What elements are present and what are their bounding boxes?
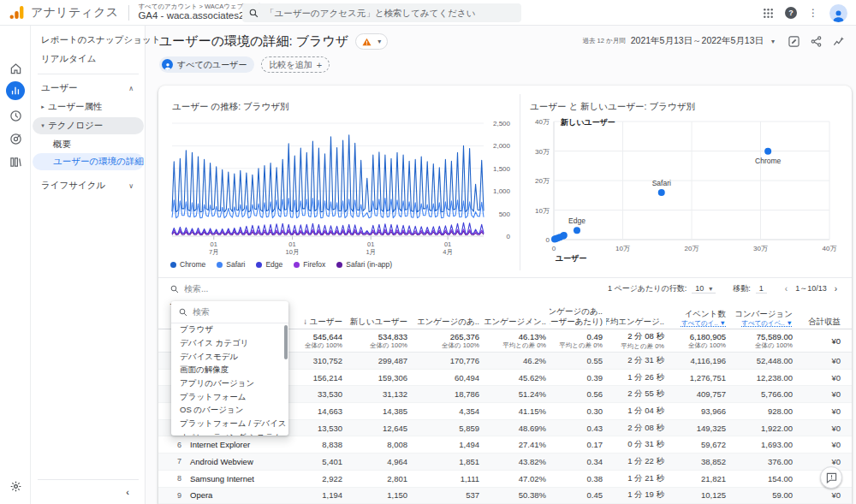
explore-icon[interactable] [7, 107, 24, 124]
share-icon[interactable] [811, 36, 822, 47]
search-icon [170, 285, 179, 294]
svg-text:Edge: Edge [568, 216, 586, 225]
nav-technology[interactable]: ▾ テクノロジー [33, 117, 144, 134]
nav-realtime[interactable]: リアルタイム [31, 51, 146, 67]
chevron-up-icon: ∧ [128, 85, 134, 92]
cell-avg: 1 分 26 秒 [606, 370, 668, 386]
nav-label: ユーザーの環境の詳細 [53, 156, 144, 168]
column-header-engaged[interactable]: エンゲージのあ.. [411, 299, 483, 329]
chevron-down-icon: ▾ [377, 38, 381, 45]
dropdown-item[interactable]: アプリのバージョン [171, 377, 288, 391]
cell-events: 409,757 [668, 386, 729, 402]
svg-text:01: 01 [444, 240, 451, 248]
data-quality-badge[interactable]: ▾ [355, 33, 388, 50]
svg-text:30万: 30万 [535, 148, 550, 156]
customize-report-icon[interactable] [788, 36, 800, 47]
dropdown-item[interactable]: プラットフォーム / デバイス カテゴリ [171, 418, 288, 431]
cell-users: 8,838 [293, 436, 346, 453]
audience-chip-label: すべてのユーザー [177, 59, 247, 71]
global-search[interactable] [242, 3, 521, 22]
rows-per-page-select[interactable]: 10 ▾ [692, 284, 716, 294]
cell-rate: 27.41% [483, 436, 550, 453]
dropdown-scrollbar[interactable] [284, 325, 288, 359]
cell-per_user: 0.56 [550, 386, 606, 402]
dropdown-item[interactable]: プラットフォーム [171, 390, 288, 404]
collapse-nav-icon[interactable]: ‹ [126, 487, 129, 497]
nav-label: ライフサイクル [41, 180, 105, 192]
cell-engaged: 4,354 [411, 403, 483, 419]
global-search-input[interactable] [265, 8, 514, 18]
dropdown-search[interactable] [171, 301, 288, 323]
cell-conv: 376.00 [729, 454, 796, 470]
trend-chart-title: ユーザー の推移: ブラウザ別 [172, 101, 288, 113]
totals-engaged: 265,376全体の 100% [411, 329, 483, 352]
table-controls: 1 ページあたりの行数: 10 ▾ 移動: 1 ‹ 1～10/13 › [158, 277, 852, 299]
nav-section-user[interactable]: ユーザー ∧ [31, 80, 146, 96]
dropdown-item[interactable]: オペレーティング システム [171, 431, 288, 436]
nav-report-snapshot[interactable]: レポートのスナップショット [31, 33, 146, 48]
reports-icon[interactable] [6, 81, 25, 100]
dropdown-search-input[interactable] [193, 307, 265, 317]
analytics-logo-icon [9, 4, 25, 21]
column-header-per_user[interactable]: エンゲージのあ..ユーザーあたり) [550, 299, 606, 329]
legend-item: Safari (in-app) [336, 260, 392, 269]
insights-icon[interactable] [833, 36, 844, 47]
cell-users: 1,194 [293, 488, 346, 504]
event-filter-link[interactable]: すべてのイベ.. ▼ [741, 319, 793, 327]
svg-text:01: 01 [288, 240, 295, 248]
add-comparison-chip[interactable]: 比較を追加 + [261, 56, 330, 73]
cell-new_users: 12,645 [346, 420, 411, 436]
cell-conv: 1,922.00 [729, 420, 796, 436]
table-search[interactable] [170, 284, 261, 294]
next-page-icon[interactable]: › [832, 284, 840, 294]
cell-events: 10,125 [668, 488, 729, 504]
app-rail [0, 26, 31, 504]
nav-section-lifecycle[interactable]: ライフサイクル ∨ [31, 178, 146, 193]
svg-text:40万: 40万 [535, 118, 550, 126]
cell-users: 5,401 [293, 454, 346, 470]
dropdown-item[interactable]: 画面の解像度 [171, 364, 288, 377]
cell-new_users: 8,008 [346, 436, 411, 453]
help-icon[interactable]: ? [785, 7, 797, 19]
table-row[interactable]: 8Samsung Internet2,9222,8011,11147.02%0.… [158, 471, 852, 488]
cell-avg: 0 分 31 秒 [606, 436, 668, 453]
legend-item: Edge [256, 260, 282, 269]
event-filter-link[interactable]: すべてのイ.. ▼ [681, 319, 726, 327]
goto-page-input[interactable]: 1 [756, 284, 767, 294]
column-header-new_users[interactable]: 新しいユーザー [346, 299, 411, 329]
admin-gear-icon[interactable] [7, 477, 24, 495]
prev-page-icon[interactable]: ‹ [782, 284, 790, 294]
cell-new_users: 31,132 [346, 386, 411, 402]
column-header-avg[interactable]: 平均エンゲージ.. [606, 299, 668, 329]
nav-user-attributes[interactable]: ▸ ユーザー属性 [31, 99, 146, 115]
more-options-icon[interactable]: ⋮ [808, 7, 818, 19]
nav-tech-details-selected[interactable]: ユーザーの環境の詳細 [33, 153, 144, 170]
library-icon[interactable] [7, 153, 24, 170]
table-search-input[interactable] [184, 284, 261, 294]
table-row[interactable]: 7Android Webview5,4014,9641,85143.82%0.3… [158, 454, 852, 471]
advertising-icon[interactable] [7, 130, 24, 147]
table-row[interactable]: 6Internet Explorer8,8388,0081,49427.41%0… [158, 436, 852, 454]
browser-name-cell: 6Internet Explorer [166, 436, 293, 453]
nav-tech-overview[interactable]: 概要 [31, 137, 146, 152]
dropdown-item[interactable]: OS のバージョン [171, 404, 288, 418]
dropdown-item[interactable]: デバイスモデル [171, 350, 288, 364]
column-header-events[interactable]: イベント数すべてのイ.. ▼ [668, 299, 729, 329]
header-divider [128, 5, 129, 21]
user-avatar[interactable] [829, 4, 847, 22]
audience-chip[interactable]: すべてのユーザー [159, 56, 254, 73]
cell-new_users: 14,385 [346, 403, 411, 419]
column-header-users[interactable]: ↓ ユーザー [293, 299, 346, 329]
date-range-selector[interactable]: 2021年5月13日～2022年5月13日 [631, 35, 764, 47]
apps-grid-icon[interactable] [763, 8, 774, 19]
nav-label: ユーザー [41, 82, 78, 94]
feedback-button[interactable] [820, 466, 842, 489]
cell-avg: 2 分 08 秒 [606, 420, 668, 436]
home-icon[interactable] [7, 60, 24, 77]
dropdown-item[interactable]: ブラウザ [171, 323, 288, 337]
dropdown-item[interactable]: デバイス カテゴリ [171, 337, 288, 351]
column-header-revenue[interactable]: 合計収益 [796, 299, 844, 329]
table-row[interactable]: 9Opera1,1941,15053750.38%0.451 分 19 秒10,… [158, 488, 852, 504]
column-header-rate[interactable]: エンゲージメン.. [483, 299, 550, 329]
column-header-conv[interactable]: コンバージョンすべてのイベ.. ▼ [729, 299, 796, 329]
